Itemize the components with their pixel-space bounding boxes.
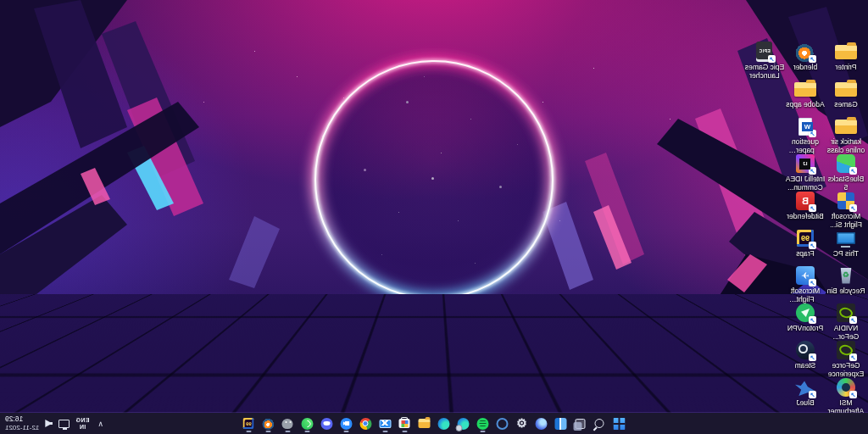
taskbar-start-button[interactable] [611,414,628,433]
search-icon [595,419,604,428]
taskbar-blue-ring-app[interactable] [494,414,511,433]
taskbar-settings[interactable]: ⚙ [514,414,531,433]
desktop-icon-blender[interactable]: ↗ blender [785,41,826,72]
language-line2: IN [80,424,86,430]
desktop-icon-microsoft-flight-simu[interactable]: ✈ ↗ Microsoft Flight Simu... [785,264,826,303]
desktop-icon-label: ProtonVPN [785,325,826,333]
folder-icon [833,41,859,63]
network-icon[interactable] [58,420,70,428]
microsoft-store-icon [399,419,410,428]
desktop-icon-fraps[interactable]: 99 ↗ Fraps [785,227,826,259]
desktop-icon-nvidia-gefor[interactable]: ↗ NVIDIA GeFor... [826,302,866,341]
start-icon [614,418,626,430]
shortcut-arrow-icon: ↗ [809,242,816,249]
taskbar-spotify[interactable] [475,414,492,433]
shortcut-arrow-icon: ↗ [768,55,776,63]
desktop-icon-label: Steam [785,362,826,370]
desktop-icon-steam[interactable]: ↗ Steam [785,339,826,370]
taskbar-gimp[interactable] [280,414,297,433]
shortcut-arrow-icon: ↗ [809,204,816,212]
desktop-icon-printer[interactable]: Printer [826,41,866,72]
shortcut-arrow-icon: ↗ [809,167,816,175]
edge-beta-icon [458,418,470,430]
desktop-icon-bitdefender[interactable]: B ↗ Bitdefender [785,190,826,221]
bluestacks-icon: ↗ [833,153,859,175]
desktop-icon-question-paper-debe[interactable]: W ↗ question paper debe... [785,115,826,154]
fraps-icon: 99 [243,418,254,429]
taskbar-task-view[interactable] [572,414,589,433]
gimp-icon [282,419,293,429]
chrome-icon [360,418,372,430]
desktop-screen: Printer ↗ blender EPIC ↗ Epic Games Laun… [0,0,868,434]
volume-icon[interactable] [45,420,53,427]
desktop-icon-this-pc[interactable]: This PC [826,227,866,259]
running-indicator [305,431,310,432]
taskbar-whatsapp[interactable] [299,414,316,433]
shortcut-arrow-icon: ↗ [809,316,816,324]
taskbar-fraps[interactable]: 99 [241,414,258,433]
system-tray: ∧ ENG IN 16:29 12-11-2021 [2,413,106,434]
desktop-icon-recycle-bin[interactable]: ♻ Recycle Bin [826,264,866,296]
desktop-icon-label: This PC [826,250,866,259]
shortcut-arrow-icon: ↗ [849,167,857,175]
fraps-icon: 99 ↗ [793,227,818,249]
desktop-icon-microsoft-flight-si[interactable]: ↗ Microsoft Flight Si... [826,190,866,229]
desktop-icon-epic-games-launcher[interactable]: EPIC ↗ Epic Games Launcher [744,41,785,80]
hidden-icons-chevron-icon[interactable]: ∧ [95,420,106,428]
desktop-icon-label: Adobe apps [785,101,826,109]
shortcut-arrow-icon: ↗ [809,391,816,398]
desktop-icon-intellij-idea-commun[interactable]: IJ ↗ IntelliJ IDEA Commun... [785,153,826,192]
taskbar-blender[interactable] [260,414,277,433]
clock[interactable]: 16:29 12-11-2021 [5,415,39,433]
blender-icon: ↗ [793,41,818,63]
desktop-icon-kartick-sir-online-class[interactable]: kartick sir online class [826,115,866,154]
running-indicator [247,431,252,432]
taskbar-blue-split-app[interactable] [553,414,570,433]
taskbar-edge-beta[interactable] [455,414,472,433]
taskbar: ⚙ 99 [0,413,868,434]
taskbar-center-apps: ⚙ 99 [241,414,628,433]
running-indicator [344,431,349,432]
mirrored-ui-layer: Printer ↗ blender EPIC ↗ Epic Games Laun… [0,0,868,434]
msi-icon: ↗ [833,376,859,398]
cortana-icon [536,418,548,430]
shortcut-arrow-icon: ↗ [809,279,816,287]
desktop-icon-bluej[interactable]: ↗ BlueJ [785,376,826,408]
taskbar-file-explorer[interactable] [416,414,433,433]
settings-icon: ⚙ [515,417,528,430]
proton-icon: ↗ [793,302,818,324]
running-indicator [481,431,486,432]
shortcut-arrow-icon: ↗ [849,204,857,212]
discord-icon [321,418,333,430]
shortcut-arrow-icon: ↗ [849,391,857,398]
taskbar-zoom[interactable] [338,414,355,433]
desktop-icon-bluestacks-5[interactable]: ↗ BlueStacks 5 [826,153,866,192]
taskbar-search[interactable] [592,414,609,433]
edge-icon [438,418,450,430]
bluej-icon: ↗ [793,376,818,398]
zoom-icon [341,418,353,430]
shortcut-arrow-icon: ↗ [809,353,816,361]
folder-icon [833,115,859,137]
desktop-icon-games[interactable]: Games [826,78,866,109]
taskbar-microsoft-store[interactable] [397,414,414,433]
desktop-icon-geforce-experience[interactable]: ↗ GeForce Experience [826,339,866,378]
taskbar-mail[interactable] [377,414,394,433]
clock-date: 12-11-2021 [5,424,39,431]
running-indicator [383,431,388,432]
nvidia-icon: ↗ [833,302,859,324]
steam-icon: ↗ [793,339,818,361]
taskbar-chrome[interactable] [358,414,375,433]
taskbar-edge[interactable] [436,414,453,433]
desktop-icon-label: blender [785,64,826,72]
desktop-icon-label: Printer [826,64,866,72]
desktop-icon-adobe-apps[interactable]: Adobe apps [785,78,826,109]
taskbar-cortana[interactable] [533,414,550,433]
shortcut-arrow-icon: ↗ [849,316,857,324]
shortcut-arrow-icon: ↗ [809,55,816,63]
desktop-icon-protonvpn[interactable]: ↗ ProtonVPN [785,302,826,333]
recycle-icon: ♻ [833,264,859,287]
desktop-icon-msi-afterburner[interactable]: ↗ MSI Afterburner [826,376,866,415]
taskbar-discord[interactable] [319,414,336,433]
language-indicator[interactable]: ENG IN [75,417,89,430]
